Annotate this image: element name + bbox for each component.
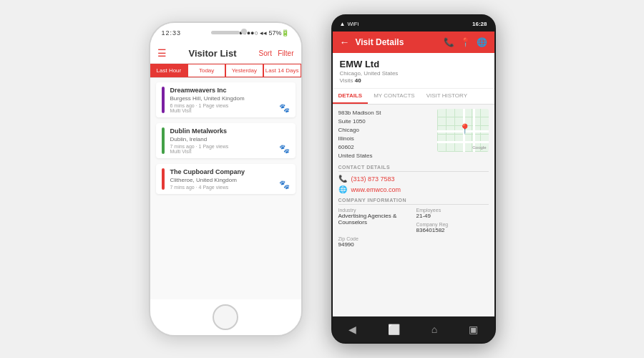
iphone-header-title: Visitor List <box>189 48 237 59</box>
zipcode-value: 94990 <box>338 241 411 248</box>
android-status-bar: ▲ WiFi 16:28 <box>333 16 494 32</box>
iphone-speaker <box>211 31 240 34</box>
home-button[interactable] <box>213 304 238 330</box>
company-header: EMW Ltd Chicago, United States Visits 40 <box>333 53 494 89</box>
phones-container: 12:33 ●●●●○ ◂◂ 57%🔋 ☰ Visitor List Sort … <box>149 14 496 344</box>
website-row: 🌐 www.emwco.com <box>338 185 489 193</box>
paw-icon-1: 🐾 <box>279 144 290 154</box>
tab-yesterday[interactable]: Yesterday <box>225 64 263 77</box>
android-back-btn[interactable]: ◀ <box>348 324 356 335</box>
visitor-name-1: Dublin Metalworks <box>170 127 273 135</box>
map-google-label: Google <box>472 145 486 150</box>
visitor-meta-2: 7 mins ago · 4 Page views <box>170 185 273 190</box>
phone-row: 📞 (313) 873 7583 <box>338 175 489 183</box>
company-reg-value: 836401582 <box>416 227 489 233</box>
visitor-name-0: Dreamweavers Inc <box>170 87 273 94</box>
visitor-bar-2 <box>162 168 165 190</box>
android-dark: ▲ WiFi 16:28 ← Visit Details 📞 📍 🌐 EMW L… <box>331 14 496 344</box>
visitor-name-2: The Cupboard Company <box>170 168 273 175</box>
address-country: United States <box>338 152 431 160</box>
contact-details-label: CONTACT DETAILS <box>338 165 489 172</box>
visitor-card-1[interactable]: Dublin Metalworks Dublin, Ireland 7 mins… <box>156 123 296 158</box>
android-status-left: ▲ WiFi <box>340 21 359 27</box>
map-thumbnail[interactable]: 📍 Google <box>437 109 489 152</box>
iphone-app-header: ☰ Visitor List Sort Filter <box>150 43 301 64</box>
android-globe-icon[interactable]: 🌐 <box>477 37 487 47</box>
visitor-location-0: Burgess Hill, United Kingdom <box>170 95 273 102</box>
android-map-icon[interactable]: 📍 <box>460 37 471 47</box>
visitor-meta-1: 7 mins ago · 1 Page views <box>170 144 273 149</box>
company-location: Chicago, United States <box>340 70 487 77</box>
visitor-submeta-0: Multi Visit <box>170 108 273 113</box>
website-icon: 🌐 <box>338 185 347 193</box>
map-pin-icon: 📍 <box>459 123 471 135</box>
android-menu-btn[interactable]: ▣ <box>469 324 478 335</box>
company-info-section: COMPANY INFORMATION Industry Advertising… <box>338 198 489 248</box>
home-button-area <box>150 299 301 335</box>
iphone-tabs-row: Last Hour Today Yesterday Last 14 Days <box>150 64 301 78</box>
android-wifi-icon: WiFi <box>347 21 358 27</box>
zipcode-label: Zip Code <box>338 236 411 241</box>
visitor-info-1: Dublin Metalworks Dublin, Ireland 7 mins… <box>170 127 273 154</box>
address-city: Chicago <box>338 126 431 135</box>
address-map-row: 983b Madison St Suite 1050 Chicago Illin… <box>338 109 489 160</box>
android-header-title: Visit Details <box>356 37 438 47</box>
iphone-white: 12:33 ●●●●○ ◂◂ 57%🔋 ☰ Visitor List Sort … <box>149 21 303 337</box>
iphone-status-bar: 12:33 ●●●●○ ◂◂ 57%🔋 <box>150 23 301 43</box>
iphone-status-time: 12:33 <box>162 29 182 37</box>
company-reg-label: Company Reg <box>416 222 489 227</box>
android-status-time: 16:28 <box>472 21 487 27</box>
contact-details-section: CONTACT DETAILS 📞 (313) 873 7583 🌐 www.e… <box>338 165 489 193</box>
hamburger-icon[interactable]: ☰ <box>157 47 167 59</box>
android-home-btn[interactable]: ⌂ <box>431 324 437 335</box>
android-phone-icon[interactable]: 📞 <box>444 37 454 47</box>
visits-count: 40 <box>355 77 361 84</box>
zipcode-cell: Zip Code 94990 <box>338 236 411 248</box>
address-suite: Suite 1050 <box>338 117 431 126</box>
website-url[interactable]: www.emwco.com <box>351 186 401 193</box>
detail-tabs: DETAILS MY CONTACTS VISIT HISTORY <box>333 89 494 105</box>
phone-number[interactable]: (313) 873 7583 <box>351 175 395 183</box>
address-block: 983b Madison St Suite 1050 Chicago Illin… <box>338 109 431 160</box>
visitor-list: Dreamweavers Inc Burgess Hill, United Ki… <box>150 78 301 299</box>
visitor-info-2: The Cupboard Company Clitheroe, United K… <box>170 168 273 190</box>
company-info-label: COMPANY INFORMATION <box>338 198 489 205</box>
visitor-meta-0: 6 mins ago · 1 Page views <box>170 103 273 108</box>
visitor-info-0: Dreamweavers Inc Burgess Hill, United Ki… <box>170 87 273 113</box>
visitor-bar-0 <box>162 87 165 113</box>
android-signal-icon: ▲ <box>340 21 346 27</box>
visitor-bar-1 <box>162 127 165 154</box>
company-visits: Visits 40 <box>340 77 487 84</box>
industry-cell: Industry Advertising Agencies & Counselo… <box>338 208 411 233</box>
company-name: EMW Ltd <box>340 59 487 69</box>
phone-icon: 📞 <box>338 175 347 183</box>
employees-value: 21-49 <box>416 213 489 219</box>
detail-tab-history[interactable]: VISIT HISTORY <box>421 89 473 104</box>
industry-value: Advertising Agencies & Counselors <box>338 213 411 226</box>
iphone-sort-filter[interactable]: Sort Filter <box>259 49 294 57</box>
detail-tab-contacts[interactable]: MY CONTACTS <box>368 89 420 104</box>
iphone-app-screen: ☰ Visitor List Sort Filter Last Hour Tod… <box>150 43 301 299</box>
detail-tab-details[interactable]: DETAILS <box>333 89 369 104</box>
address-zip: 60602 <box>338 143 431 152</box>
employees-label: Employees <box>416 208 489 213</box>
tab-last-14[interactable]: Last 14 Days <box>263 64 301 77</box>
android-nav-bar: ◀ ⬜ ⌂ ▣ <box>333 316 494 342</box>
company-info-grid: Industry Advertising Agencies & Counselo… <box>338 208 489 248</box>
employees-cell: Employees 21-49 Company Reg 836401582 <box>416 208 489 233</box>
address-state: Illinois <box>338 135 431 143</box>
visitor-card-2[interactable]: The Cupboard Company Clitheroe, United K… <box>156 164 296 194</box>
android-app-header: ← Visit Details 📞 📍 🌐 <box>333 32 494 53</box>
tab-today[interactable]: Today <box>187 64 225 77</box>
iphone-camera <box>241 29 247 34</box>
tab-last-hour[interactable]: Last Hour <box>150 64 188 77</box>
android-back-icon[interactable]: ← <box>340 37 350 48</box>
android-header-icons: 📞 📍 🌐 <box>444 37 487 47</box>
visitor-card-0[interactable]: Dreamweavers Inc Burgess Hill, United Ki… <box>156 82 296 117</box>
address-street: 983b Madison St <box>338 109 431 117</box>
visitor-location-1: Dublin, Ireland <box>170 136 273 142</box>
android-square-btn[interactable]: ⬜ <box>388 324 400 335</box>
visitor-location-2: Clitheroe, United Kingdom <box>170 177 273 183</box>
paw-icon-2: 🐾 <box>279 180 290 190</box>
paw-icon-0: 🐾 <box>279 103 290 113</box>
